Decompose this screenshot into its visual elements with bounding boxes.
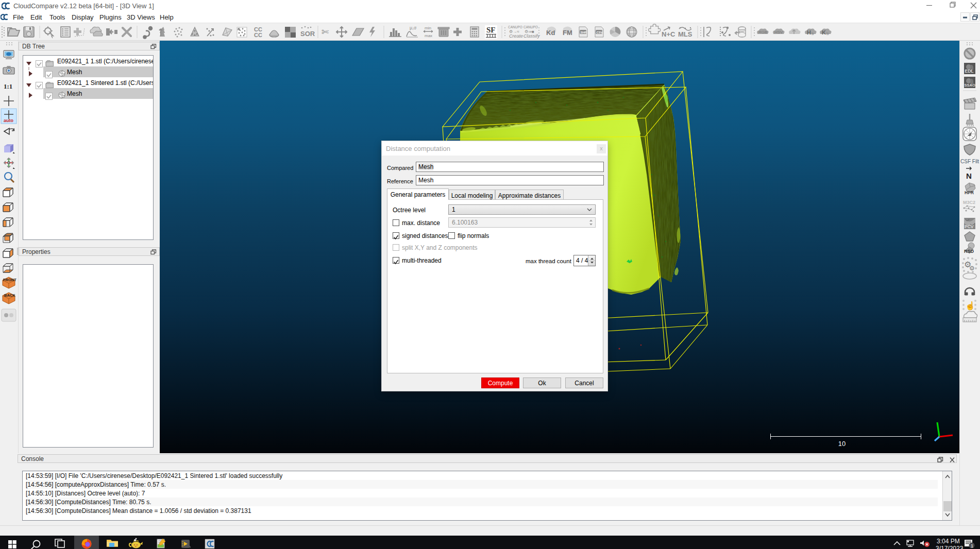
svg-text:RGB: RGB xyxy=(758,30,767,35)
svg-text:✄: ✄ xyxy=(322,27,329,37)
svg-text:⚙: ⚙ xyxy=(969,265,975,272)
svg-text:☝: ☝ xyxy=(965,301,975,311)
svg-text:CC: CC xyxy=(254,32,262,38)
svg-text:CSF Filt: CSF Filt xyxy=(960,159,979,164)
svg-text:N+C: N+C xyxy=(662,30,675,38)
svg-text:1:1: 1:1 xyxy=(4,82,12,90)
svg-text:μ,σ: μ,σ xyxy=(410,25,417,30)
svg-text:M3C2: M3C2 xyxy=(963,200,975,205)
svg-text:auto: auto xyxy=(4,118,14,123)
svg-text:BACK: BACK xyxy=(4,293,15,298)
svg-text:10: 10 xyxy=(838,440,846,448)
svg-text:PCV: PCV xyxy=(965,224,974,229)
svg-text:Create: Create xyxy=(509,33,523,39)
svg-text:3:04 PM: 3:04 PM xyxy=(937,538,960,545)
svg-text:b: b xyxy=(812,31,814,36)
svg-text:HPR: HPR xyxy=(965,190,974,195)
svg-text:SF: SF xyxy=(486,26,496,34)
svg-text:max: max xyxy=(425,33,432,38)
svg-text:3/17/2023: 3/17/2023 xyxy=(936,545,964,549)
svg-text:SOR: SOR xyxy=(300,30,315,38)
svg-text:CANUPO: CANUPO xyxy=(508,25,522,29)
svg-text:K: K xyxy=(822,29,826,36)
svg-text:HSV: HSV xyxy=(774,30,783,35)
svg-text:EDL: EDL xyxy=(965,68,974,74)
svg-text:H: H xyxy=(807,29,811,36)
svg-text:SHP: SHP xyxy=(581,31,587,34)
svg-text:FRONT: FRONT xyxy=(3,278,16,282)
svg-text:Classify: Classify xyxy=(523,33,540,39)
svg-text:FM: FM xyxy=(563,29,572,37)
svg-text:N: N xyxy=(966,171,972,180)
svg-text:min: min xyxy=(425,26,431,30)
svg-text:SSAO: SSAO xyxy=(965,83,975,88)
svg-text:RSD: RSD xyxy=(964,249,974,254)
svg-text:1: 1 xyxy=(971,543,973,548)
svg-text:CSV: CSV xyxy=(597,31,603,34)
svg-text:b: b xyxy=(826,31,829,36)
svg-text:Kd: Kd xyxy=(546,29,555,37)
svg-text:MLS: MLS xyxy=(678,30,692,38)
svg-text:CANUPO: CANUPO xyxy=(523,25,538,29)
